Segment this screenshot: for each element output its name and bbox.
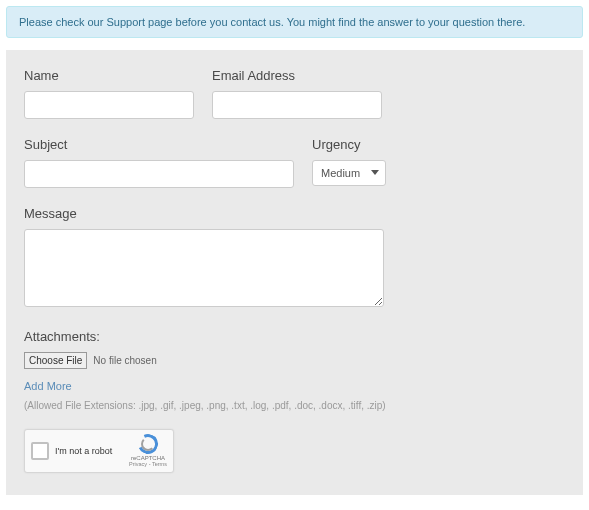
- subject-field-group: Subject: [24, 137, 294, 188]
- recaptcha-widget: I'm not a robot reCAPTCHA Privacy - Term…: [24, 429, 174, 473]
- email-input[interactable]: [212, 91, 382, 119]
- subject-input[interactable]: [24, 160, 294, 188]
- allowed-extensions-hint: (Allowed File Extensions: .jpg, .gif, .j…: [24, 400, 565, 411]
- message-textarea[interactable]: [24, 229, 384, 307]
- info-alert: Please check our Support page before you…: [6, 6, 583, 38]
- choose-file-button[interactable]: Choose File: [24, 352, 87, 369]
- recaptcha-checkbox[interactable]: [31, 442, 49, 460]
- file-row: Choose File No file chosen: [24, 352, 565, 369]
- urgency-label: Urgency: [312, 137, 386, 152]
- recaptcha-label: I'm not a robot: [55, 446, 112, 456]
- urgency-select[interactable]: Medium: [312, 160, 386, 186]
- name-field-group: Name: [24, 68, 194, 119]
- recaptcha-terms[interactable]: Privacy - Terms: [129, 461, 167, 468]
- attachments-heading: Attachments:: [24, 329, 565, 344]
- email-field-group: Email Address: [212, 68, 382, 119]
- urgency-field-group: Urgency Medium: [312, 137, 386, 188]
- message-field-group: Message: [24, 206, 565, 307]
- message-label: Message: [24, 206, 565, 221]
- add-more-link[interactable]: Add More: [24, 380, 72, 392]
- contact-form: Name Email Address Subject Urgency Mediu…: [6, 50, 583, 495]
- subject-label: Subject: [24, 137, 294, 152]
- name-label: Name: [24, 68, 194, 83]
- email-label: Email Address: [212, 68, 382, 83]
- file-status: No file chosen: [93, 355, 156, 366]
- recaptcha-icon: [138, 434, 158, 454]
- name-input[interactable]: [24, 91, 194, 119]
